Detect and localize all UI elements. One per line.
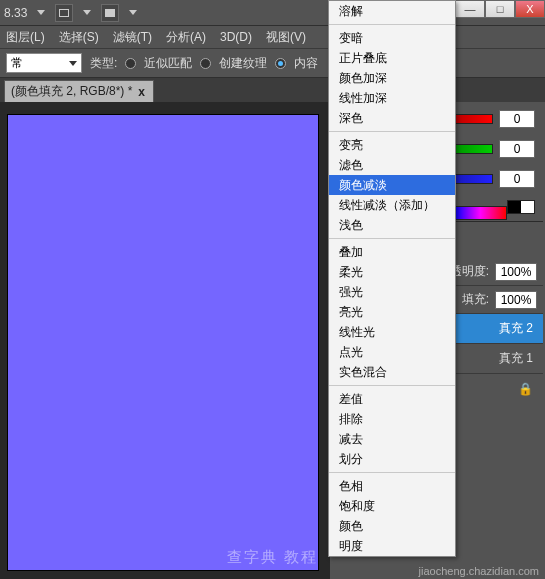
blend-item-12[interactable]: 浅色	[329, 215, 455, 235]
menu-3d[interactable]: 3D(D)	[220, 30, 252, 44]
opacity-value[interactable]: 100%	[495, 263, 537, 281]
document-canvas[interactable]	[8, 115, 318, 570]
green-value[interactable]: 0	[499, 140, 535, 158]
radio-approx-label: 近似匹配	[144, 55, 192, 72]
menu-layer[interactable]: 图层(L)	[6, 29, 45, 46]
menu-select[interactable]: 选择(S)	[59, 29, 99, 46]
blend-item-25[interactable]: 划分	[329, 449, 455, 469]
lock-icon: 🔒	[518, 382, 533, 396]
radio-content-aware-label: 内容	[294, 55, 318, 72]
menu-analysis[interactable]: 分析(A)	[166, 29, 206, 46]
watermark-text: 查字典 教程	[227, 548, 318, 567]
blend-item-4[interactable]: 颜色加深	[329, 68, 455, 88]
fill-label: 填充:	[462, 291, 489, 308]
radio-approx[interactable]	[125, 58, 136, 69]
canvas-area	[0, 102, 330, 579]
radio-create-texture-label: 创建纹理	[219, 55, 267, 72]
maximize-button[interactable]: □	[485, 0, 515, 18]
blend-item-19[interactable]: 点光	[329, 342, 455, 362]
blend-item-17[interactable]: 亮光	[329, 302, 455, 322]
layer-fill-1-label: 真充 1	[499, 350, 533, 367]
blend-item-18[interactable]: 线性光	[329, 322, 455, 342]
blend-item-22[interactable]: 差值	[329, 389, 455, 409]
screen-mode-dropdown[interactable]	[83, 10, 91, 15]
blend-mode-value: 常	[11, 55, 23, 72]
blend-item-8[interactable]: 变亮	[329, 135, 455, 155]
blend-item-20[interactable]: 实色混合	[329, 362, 455, 382]
blend-item-10[interactable]: 颜色减淡	[329, 175, 455, 195]
blend-item-15[interactable]: 柔光	[329, 262, 455, 282]
blend-item-2[interactable]: 变暗	[329, 28, 455, 48]
arrange-dropdown[interactable]	[129, 10, 137, 15]
minimize-button[interactable]: —	[455, 0, 485, 18]
document-tab-title: (颜色填充 2, RGB/8*) *	[11, 83, 132, 100]
zoom-dropdown-icon[interactable]	[37, 10, 45, 15]
blend-item-14[interactable]: 叠加	[329, 242, 455, 262]
blend-item-9[interactable]: 滤色	[329, 155, 455, 175]
tab-close-icon[interactable]: x	[136, 85, 147, 99]
radio-create-texture[interactable]	[200, 58, 211, 69]
type-label: 类型:	[90, 55, 117, 72]
menu-view[interactable]: 视图(V)	[266, 29, 306, 46]
radio-content-aware[interactable]	[275, 58, 286, 69]
screen-mode-button[interactable]	[55, 4, 73, 22]
close-button[interactable]: X	[515, 0, 545, 18]
blend-item-11[interactable]: 线性减淡（添加）	[329, 195, 455, 215]
arrange-button[interactable]	[101, 4, 119, 22]
blend-item-30[interactable]: 明度	[329, 536, 455, 556]
blend-item-28[interactable]: 饱和度	[329, 496, 455, 516]
blend-mode-menu: 溶解变暗正片叠底颜色加深线性加深深色变亮滤色颜色减淡线性减淡（添加）浅色叠加柔光…	[328, 0, 456, 557]
blue-value[interactable]: 0	[499, 170, 535, 188]
zoom-value: 8.33	[4, 6, 27, 20]
chevron-down-icon	[69, 61, 77, 66]
blend-item-3[interactable]: 正片叠底	[329, 48, 455, 68]
watermark-url: jiaocheng.chazidian.com	[419, 565, 539, 577]
blend-item-5[interactable]: 线性加深	[329, 88, 455, 108]
blend-item-27[interactable]: 色相	[329, 476, 455, 496]
blend-item-29[interactable]: 颜色	[329, 516, 455, 536]
blend-item-16[interactable]: 强光	[329, 282, 455, 302]
blend-item-0[interactable]: 溶解	[329, 1, 455, 21]
menu-filter[interactable]: 滤镜(T)	[113, 29, 152, 46]
document-tab[interactable]: (颜色填充 2, RGB/8*) * x	[4, 80, 154, 102]
blend-item-24[interactable]: 减去	[329, 429, 455, 449]
fill-value[interactable]: 100%	[495, 291, 537, 309]
layer-fill-2-label: 真充 2	[499, 320, 533, 337]
blend-mode-select[interactable]: 常	[6, 53, 82, 73]
red-value[interactable]: 0	[499, 110, 535, 128]
blend-item-6[interactable]: 深色	[329, 108, 455, 128]
blend-item-23[interactable]: 排除	[329, 409, 455, 429]
